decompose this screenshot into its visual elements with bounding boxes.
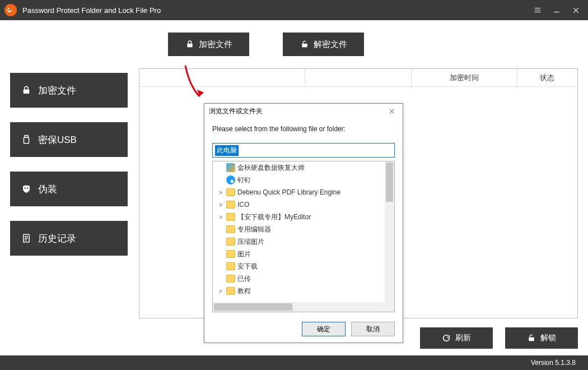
refresh-label: 刷新 — [455, 333, 471, 343]
tree-item-label: 专用编辑器 — [237, 225, 271, 234]
statusbar: Version 5.1.3.8 — [0, 355, 588, 370]
svg-point-7 — [27, 187, 28, 188]
dialog-actions: 确定 取消 — [204, 316, 403, 343]
refresh-button[interactable]: 刷新 — [420, 327, 493, 349]
expand-icon: > — [217, 202, 224, 208]
folder-tree: 金秋硬盘数据恢复大师钉钉>Debenu Quick PDF Library En… — [212, 161, 395, 312]
scrollbar-thumb[interactable] — [214, 303, 292, 311]
dialog-titlebar: 浏览文件或文件夹 — [204, 104, 403, 118]
toolbar: 加密文件 解密文件 — [0, 20, 588, 68]
tree-viewport[interactable]: 金秋硬盘数据恢复大师钉钉>Debenu Quick PDF Library En… — [213, 161, 385, 302]
browse-dialog: 浏览文件或文件夹 Please select from the followin… — [204, 103, 403, 343]
tree-item[interactable]: >ICO — [213, 198, 385, 211]
scrollbar-thumb[interactable] — [386, 163, 393, 202]
unlock-label: 解锁 — [540, 333, 556, 343]
sidebar-item-label: 历史记录 — [38, 232, 76, 245]
decrypt-file-label: 解密文件 — [314, 39, 347, 50]
folder-icon — [226, 201, 235, 209]
sidebar-item-label: 伪装 — [38, 183, 57, 196]
svg-point-6 — [25, 187, 26, 188]
close-button[interactable] — [568, 2, 584, 18]
app-icon — [226, 163, 235, 172]
main-area: 安下载 anxz.com 加密文件 解密文件 — [0, 20, 588, 355]
folder-icon — [226, 262, 235, 270]
decrypt-file-button[interactable]: 解密文件 — [283, 33, 364, 56]
dialog-instruction: Please select from the following file or… — [212, 125, 395, 133]
dialog-body: Please select from the following file or… — [204, 118, 403, 316]
lock-closed-icon — [185, 40, 194, 49]
encrypt-file-label: 加密文件 — [199, 39, 232, 50]
tree-item[interactable]: >Debenu Quick PDF Library Engine — [213, 186, 385, 198]
svg-rect-2 — [302, 44, 307, 48]
horizontal-scrollbar[interactable] — [213, 302, 385, 312]
lock-icon — [21, 85, 31, 95]
menu-button[interactable] — [530, 2, 545, 18]
table-header-row: 加密时间 状态 — [139, 69, 577, 87]
expand-icon: > — [217, 214, 224, 220]
svg-rect-1 — [187, 44, 192, 48]
folder-icon — [226, 287, 235, 295]
table-header[interactable]: 状态 — [517, 69, 577, 86]
expand-icon: > — [217, 189, 224, 196]
tree-item[interactable]: 图片 — [213, 248, 385, 260]
sidebar-item-disguise[interactable]: 伪装 — [10, 172, 128, 206]
unlock-button[interactable]: 解锁 — [505, 327, 578, 349]
sidebar-item-label: 加密文件 — [38, 84, 76, 97]
sidebar-item-encrypt[interactable]: 加密文件 — [10, 73, 128, 108]
history-icon — [21, 233, 31, 243]
vertical-scrollbar[interactable] — [385, 161, 394, 302]
folder-icon — [226, 275, 235, 283]
tree-item[interactable]: 钉钉 — [213, 174, 385, 186]
sidebar-item-usb[interactable]: 密保USB — [10, 122, 128, 157]
tree-item-label: Debenu Quick PDF Library Engine — [237, 188, 340, 196]
table-header[interactable]: 加密时间 — [412, 69, 517, 86]
lock-open-icon — [300, 40, 309, 49]
scroll-corner — [385, 302, 394, 312]
app-logo-icon — [4, 4, 17, 16]
sidebar-item-history[interactable]: 历史记录 — [10, 221, 128, 256]
app-window: Password Protect Folder and Lock File Pr… — [0, 0, 588, 370]
tree-item[interactable]: >【安下载专用】MyEditor — [213, 211, 385, 223]
lock-open-icon — [527, 334, 536, 343]
app-icon — [226, 175, 235, 184]
tree-item[interactable]: 安下载 — [213, 260, 385, 272]
table-header[interactable] — [305, 69, 411, 86]
titlebar: Password Protect Folder and Lock File Pr… — [0, 0, 588, 20]
tree-item[interactable]: 金秋硬盘数据恢复大师 — [213, 161, 385, 174]
tree-item-label: 钉钉 — [237, 175, 251, 185]
tree-item[interactable]: 已传 — [213, 272, 385, 285]
svg-rect-9 — [529, 337, 534, 341]
mask-icon — [21, 184, 31, 194]
tree-item-label: 安下载 — [237, 262, 258, 271]
encrypt-file-button[interactable]: 加密文件 — [168, 33, 249, 56]
dialog-cancel-button[interactable]: 取消 — [351, 322, 395, 336]
dialog-ok-button[interactable]: 确定 — [302, 322, 346, 336]
refresh-icon — [442, 334, 451, 343]
tree-item-label: 图片 — [237, 249, 251, 259]
expand-icon: > — [217, 288, 224, 294]
minimize-button[interactable] — [549, 2, 564, 18]
sidebar-item-label: 密保USB — [38, 133, 77, 146]
svg-rect-5 — [24, 137, 29, 144]
tree-item-label: 已传 — [237, 274, 251, 284]
tree-item-label: 压缩图片 — [237, 237, 264, 247]
svg-rect-3 — [24, 90, 30, 94]
folder-icon — [226, 188, 235, 196]
folder-icon — [226, 238, 235, 246]
table-header[interactable] — [139, 69, 305, 86]
sidebar: 加密文件 密保USB 伪装 — [10, 68, 128, 318]
tree-item-label: 教程 — [237, 286, 251, 296]
dialog-close-button[interactable] — [385, 105, 398, 117]
usb-icon — [21, 135, 31, 145]
folder-icon — [226, 213, 235, 221]
tree-item-label: ICO — [237, 201, 249, 209]
folder-icon — [226, 225, 235, 233]
tree-item-label: 金秋硬盘数据恢复大师 — [237, 163, 305, 173]
version-label: Version 5.1.3.8 — [531, 359, 576, 367]
folder-icon — [226, 250, 235, 258]
path-input[interactable]: 此电脑 — [212, 143, 395, 158]
tree-item-label: 【安下载专用】MyEditor — [237, 212, 311, 222]
tree-item[interactable]: 压缩图片 — [213, 235, 385, 248]
tree-item[interactable]: >教程 — [213, 285, 385, 297]
tree-item[interactable]: 专用编辑器 — [213, 223, 385, 235]
